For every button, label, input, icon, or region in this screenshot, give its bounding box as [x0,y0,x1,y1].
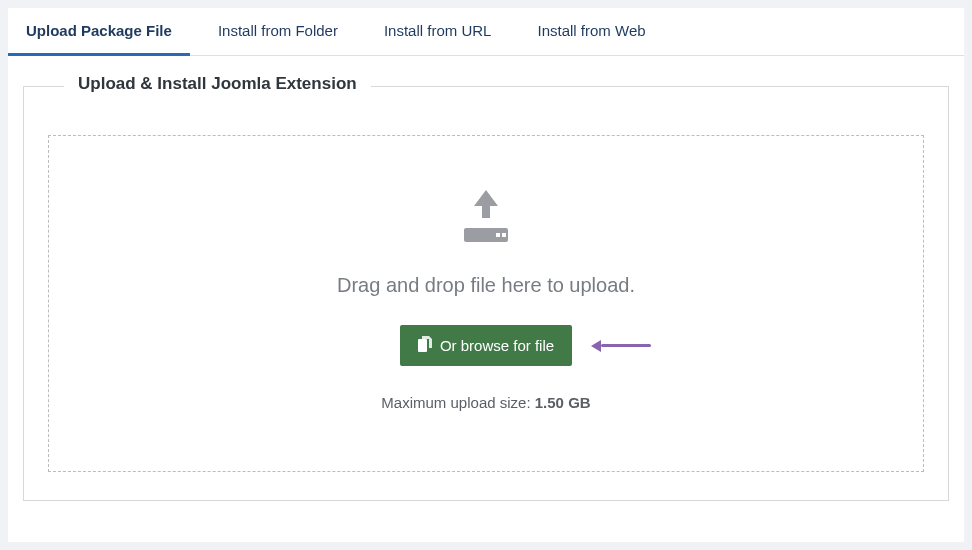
upload-dropzone[interactable]: Drag and drop file here to upload. Or br… [48,135,924,472]
tab-install-web[interactable]: Install from Web [519,8,663,55]
browse-button-label: Or browse for file [440,337,554,354]
browse-file-button[interactable]: Or browse for file [400,325,572,366]
tab-upload-package[interactable]: Upload Package File [8,8,190,56]
svg-rect-1 [496,233,500,237]
svg-rect-2 [502,233,506,237]
upload-fieldset: Upload & Install Joomla Extension Drag a… [23,86,949,501]
tab-install-folder[interactable]: Install from Folder [200,8,356,55]
max-size-label: Maximum upload size: [381,394,534,411]
max-size-value: 1.50 GB [535,394,591,411]
svg-rect-3 [418,339,427,352]
svg-rect-0 [464,228,508,242]
install-method-tabs: Upload Package File Install from Folder … [8,8,964,56]
copy-icon [418,336,432,355]
tab-install-url[interactable]: Install from URL [366,8,510,55]
max-upload-size: Maximum upload size: 1.50 GB [69,394,903,411]
drag-instruction-text: Drag and drop file here to upload. [69,274,903,297]
fieldset-legend: Upload & Install Joomla Extension [64,74,371,94]
annotation-arrow [591,340,651,352]
upload-icon [454,188,518,252]
